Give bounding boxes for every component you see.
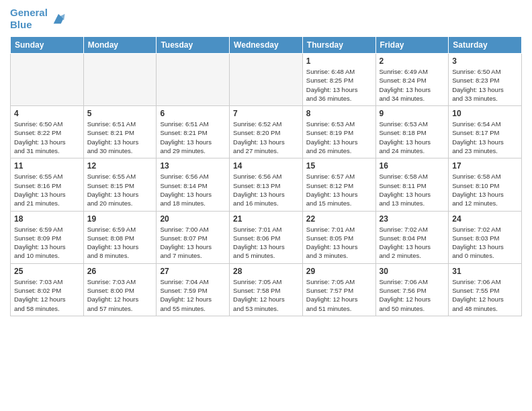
week-row-3: 18Sunrise: 6:59 AMSunset: 8:09 PMDayligh…: [11, 211, 522, 263]
calendar-cell: 14Sunrise: 6:56 AMSunset: 8:13 PMDayligh…: [230, 158, 303, 211]
day-info: Sunrise: 6:58 AMSunset: 8:10 PMDaylight:…: [452, 172, 518, 208]
logo: General Blue: [10, 7, 66, 31]
calendar-cell: 9Sunrise: 6:53 AMSunset: 8:18 PMDaylight…: [375, 106, 449, 158]
calendar-cell: 17Sunrise: 6:58 AMSunset: 8:10 PMDayligh…: [449, 158, 522, 211]
day-number: 14: [233, 161, 299, 171]
day-info: Sunrise: 6:58 AMSunset: 8:11 PMDaylight:…: [380, 172, 445, 208]
calendar-cell: 27Sunrise: 7:04 AMSunset: 7:59 PMDayligh…: [157, 263, 230, 316]
day-info: Sunrise: 6:53 AMSunset: 8:19 PMDaylight:…: [306, 120, 372, 155]
calendar-cell: 1Sunrise: 6:48 AMSunset: 8:25 PMDaylight…: [302, 54, 375, 106]
calendar-cell: 26Sunrise: 7:03 AMSunset: 8:00 PMDayligh…: [83, 263, 157, 316]
day-info: Sunrise: 6:56 AMSunset: 8:14 PMDaylight:…: [160, 172, 226, 208]
day-info: Sunrise: 7:02 AMSunset: 8:03 PMDaylight:…: [452, 225, 518, 261]
day-info: Sunrise: 6:52 AMSunset: 8:20 PMDaylight:…: [233, 120, 299, 155]
week-row-2: 11Sunrise: 6:55 AMSunset: 8:16 PMDayligh…: [11, 158, 522, 211]
day-info: Sunrise: 6:54 AMSunset: 8:17 PMDaylight:…: [452, 120, 518, 155]
day-info: Sunrise: 6:53 AMSunset: 8:18 PMDaylight:…: [380, 120, 445, 155]
calendar-cell: 20Sunrise: 7:00 AMSunset: 8:07 PMDayligh…: [157, 211, 230, 263]
calendar-cell: 24Sunrise: 7:02 AMSunset: 8:03 PMDayligh…: [449, 211, 522, 263]
day-info: Sunrise: 6:50 AMSunset: 8:23 PMDaylight:…: [452, 67, 518, 103]
logo-icon: [51, 11, 66, 26]
calendar-cell: 22Sunrise: 7:01 AMSunset: 8:05 PMDayligh…: [302, 211, 375, 263]
calendar-cell: 7Sunrise: 6:52 AMSunset: 8:20 PMDaylight…: [230, 106, 303, 158]
day-number: 1: [306, 56, 372, 66]
weekday-header-sunday: Sunday: [11, 37, 84, 54]
weekday-header-saturday: Saturday: [449, 37, 522, 54]
day-number: 21: [233, 214, 299, 224]
calendar-cell: 13Sunrise: 6:56 AMSunset: 8:14 PMDayligh…: [157, 158, 230, 211]
day-number: 12: [87, 161, 153, 171]
day-info: Sunrise: 6:48 AMSunset: 8:25 PMDaylight:…: [306, 67, 372, 103]
day-number: 29: [306, 267, 372, 276]
day-number: 24: [452, 214, 518, 224]
logo-text2: Blue: [10, 19, 48, 31]
calendar-cell: 15Sunrise: 6:57 AMSunset: 8:12 PMDayligh…: [302, 158, 375, 211]
day-number: 28: [233, 267, 299, 276]
day-info: Sunrise: 6:55 AMSunset: 8:15 PMDaylight:…: [87, 172, 153, 208]
day-number: 9: [380, 109, 445, 118]
week-row-1: 4Sunrise: 6:50 AMSunset: 8:22 PMDaylight…: [11, 106, 522, 158]
calendar-cell: 25Sunrise: 7:03 AMSunset: 8:02 PMDayligh…: [11, 263, 84, 316]
day-info: Sunrise: 7:06 AMSunset: 7:55 PMDaylight:…: [452, 277, 518, 313]
calendar-cell: 16Sunrise: 6:58 AMSunset: 8:11 PMDayligh…: [375, 158, 449, 211]
weekday-header-monday: Monday: [83, 37, 157, 54]
calendar-cell: 12Sunrise: 6:55 AMSunset: 8:15 PMDayligh…: [83, 158, 157, 211]
weekday-header-thursday: Thursday: [302, 37, 375, 54]
day-number: 23: [380, 214, 445, 224]
calendar-cell: [157, 54, 230, 106]
day-number: 16: [380, 161, 445, 171]
day-number: 11: [14, 161, 80, 171]
calendar-cell: 3Sunrise: 6:50 AMSunset: 8:23 PMDaylight…: [449, 54, 522, 106]
day-info: Sunrise: 7:06 AMSunset: 7:56 PMDaylight:…: [380, 277, 445, 313]
calendar-cell: 31Sunrise: 7:06 AMSunset: 7:55 PMDayligh…: [449, 263, 522, 316]
day-number: 2: [380, 56, 445, 66]
page-container: General Blue SundayMondayTuesdayWednesda…: [0, 0, 532, 323]
day-number: 31: [452, 267, 518, 276]
day-info: Sunrise: 6:50 AMSunset: 8:22 PMDaylight:…: [14, 120, 80, 155]
day-info: Sunrise: 6:57 AMSunset: 8:12 PMDaylight:…: [306, 172, 372, 208]
calendar-cell: [11, 54, 84, 106]
day-info: Sunrise: 7:01 AMSunset: 8:06 PMDaylight:…: [233, 225, 299, 261]
day-info: Sunrise: 7:05 AMSunset: 7:57 PMDaylight:…: [306, 277, 372, 313]
day-info: Sunrise: 6:51 AMSunset: 8:21 PMDaylight:…: [160, 120, 226, 155]
day-number: 4: [14, 109, 80, 118]
day-info: Sunrise: 7:00 AMSunset: 8:07 PMDaylight:…: [160, 225, 226, 261]
day-info: Sunrise: 7:03 AMSunset: 8:00 PMDaylight:…: [87, 277, 153, 313]
svg-marker-0: [54, 14, 64, 24]
day-number: 3: [452, 56, 518, 66]
calendar-cell: 2Sunrise: 6:49 AMSunset: 8:24 PMDaylight…: [375, 54, 449, 106]
day-number: 5: [87, 109, 153, 118]
day-info: Sunrise: 6:59 AMSunset: 8:09 PMDaylight:…: [14, 225, 80, 261]
day-number: 10: [452, 109, 518, 118]
day-number: 6: [160, 109, 226, 118]
calendar-cell: 5Sunrise: 6:51 AMSunset: 8:21 PMDaylight…: [83, 106, 157, 158]
day-number: 22: [306, 214, 372, 224]
calendar-cell: 29Sunrise: 7:05 AMSunset: 7:57 PMDayligh…: [302, 263, 375, 316]
weekday-header-tuesday: Tuesday: [157, 37, 230, 54]
calendar-cell: 28Sunrise: 7:05 AMSunset: 7:58 PMDayligh…: [230, 263, 303, 316]
day-number: 17: [452, 161, 518, 171]
day-info: Sunrise: 6:56 AMSunset: 8:13 PMDaylight:…: [233, 172, 299, 208]
calendar-cell: 18Sunrise: 6:59 AMSunset: 8:09 PMDayligh…: [11, 211, 84, 263]
weekday-header-wednesday: Wednesday: [230, 37, 303, 54]
calendar-cell: 6Sunrise: 6:51 AMSunset: 8:21 PMDaylight…: [157, 106, 230, 158]
calendar-cell: 30Sunrise: 7:06 AMSunset: 7:56 PMDayligh…: [375, 263, 449, 316]
calendar-cell: 4Sunrise: 6:50 AMSunset: 8:22 PMDaylight…: [11, 106, 84, 158]
day-number: 15: [306, 161, 372, 171]
calendar-cell: 8Sunrise: 6:53 AMSunset: 8:19 PMDaylight…: [302, 106, 375, 158]
day-info: Sunrise: 7:04 AMSunset: 7:59 PMDaylight:…: [160, 277, 226, 313]
day-info: Sunrise: 6:49 AMSunset: 8:24 PMDaylight:…: [380, 67, 445, 103]
day-number: 27: [160, 267, 226, 276]
calendar-cell: [83, 54, 157, 106]
day-info: Sunrise: 7:02 AMSunset: 8:04 PMDaylight:…: [380, 225, 445, 261]
day-number: 7: [233, 109, 299, 118]
header: General Blue: [10, 7, 522, 31]
weekday-header-row: SundayMondayTuesdayWednesdayThursdayFrid…: [11, 37, 522, 54]
calendar-cell: 11Sunrise: 6:55 AMSunset: 8:16 PMDayligh…: [11, 158, 84, 211]
calendar-cell: 23Sunrise: 7:02 AMSunset: 8:04 PMDayligh…: [375, 211, 449, 263]
day-number: 8: [306, 109, 372, 118]
day-number: 13: [160, 161, 226, 171]
day-info: Sunrise: 6:59 AMSunset: 8:08 PMDaylight:…: [87, 225, 153, 261]
calendar-table: SundayMondayTuesdayWednesdayThursdayFrid…: [10, 36, 522, 316]
logo-text: General: [10, 7, 48, 19]
